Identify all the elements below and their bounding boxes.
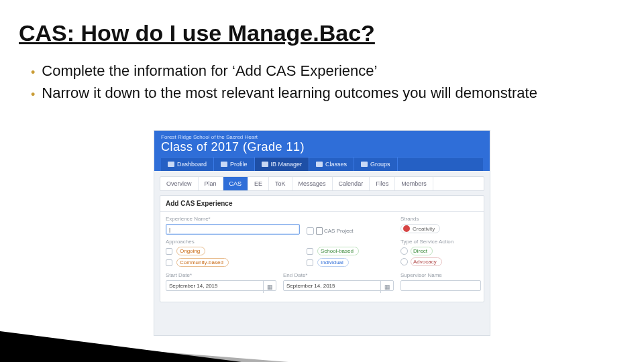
subnav-cas[interactable]: CAS bbox=[223, 177, 249, 190]
strand-creativity-label: Creativity bbox=[413, 226, 435, 232]
slide: CAS: How do I use Manage.Bac? • Complete… bbox=[0, 0, 644, 362]
end-date-label: End Date* bbox=[283, 272, 394, 278]
service-type-advocacy-radio[interactable]: Advocacy bbox=[400, 257, 481, 266]
gauge-icon bbox=[168, 162, 174, 167]
slide-bullet: • Narrow it down to the most relevant le… bbox=[31, 84, 604, 103]
end-date-value: September 14, 2015 bbox=[286, 283, 335, 289]
app-header: Forest Ridge School of the Sacred Heart … bbox=[154, 131, 490, 171]
subnav-messages[interactable]: Messages bbox=[292, 177, 333, 190]
approach-community-checkbox[interactable] bbox=[166, 259, 172, 266]
add-cas-form: Experience Name* | CAS Project bbox=[160, 212, 484, 295]
type-of-service-label: Type of Service Action bbox=[400, 239, 481, 245]
decorative-wedge bbox=[0, 331, 241, 362]
people-icon bbox=[361, 162, 368, 167]
primary-nav: Dashboard Profile IB Manager Classes Gro… bbox=[161, 157, 483, 171]
start-date-input[interactable]: September 14, 2015 ▦ bbox=[166, 280, 276, 291]
supervisor-name-input[interactable] bbox=[400, 280, 481, 291]
clipboard-icon bbox=[316, 227, 323, 235]
form-row: Start Date* September 14, 2015 ▦ End Dat… bbox=[166, 272, 478, 291]
checkbox-icon bbox=[307, 259, 313, 266]
strand-creativity-pill[interactable]: Creativity bbox=[400, 224, 440, 233]
add-cas-panel: Add CAS Experience Experience Name* | CA… bbox=[160, 195, 484, 302]
form-row: Approaches Ongoing Community-based bbox=[166, 239, 478, 268]
end-date-input[interactable]: September 14, 2015 ▦ bbox=[283, 280, 394, 291]
bullet-text: Narrow it down to the most relevant lear… bbox=[42, 84, 604, 103]
checkbox-icon bbox=[166, 248, 172, 255]
approach-school-checkbox[interactable] bbox=[307, 248, 313, 255]
school-name: Forest Ridge School of the Sacred Heart bbox=[161, 134, 483, 140]
radio-icon bbox=[400, 258, 408, 265]
grid-icon bbox=[316, 162, 323, 167]
slide-title: CAS: How do I use Manage.Bac? bbox=[19, 20, 375, 46]
bullet-dot-icon: • bbox=[31, 65, 35, 80]
creativity-dot-icon bbox=[403, 225, 410, 232]
subnav-calendar[interactable]: Calendar bbox=[333, 177, 370, 190]
panel-title: Add CAS Experience bbox=[160, 196, 484, 212]
calendar-icon: ▦ bbox=[263, 281, 276, 293]
radio-icon bbox=[400, 247, 408, 255]
class-title: Class of 2017 (Grade 11) bbox=[161, 140, 483, 157]
slide-bullet-list: • Complete the information for ‘Add CAS … bbox=[31, 62, 604, 105]
direct-badge: Direct bbox=[411, 247, 433, 255]
id-card-icon bbox=[221, 162, 227, 167]
nav-ib-manager[interactable]: IB Manager bbox=[255, 158, 310, 171]
start-date-value: September 14, 2015 bbox=[169, 283, 218, 289]
managebac-screenshot: Forest Ridge School of the Sacred Heart … bbox=[154, 131, 490, 335]
experience-name-input[interactable]: | bbox=[166, 224, 300, 235]
nav-classes[interactable]: Classes bbox=[309, 158, 354, 171]
checkbox-icon bbox=[166, 259, 172, 266]
globe-icon bbox=[262, 162, 268, 167]
experience-name-label: Experience Name* bbox=[166, 216, 300, 222]
strands-label: Strands bbox=[400, 216, 481, 222]
cas-project-label: CAS Project bbox=[324, 228, 354, 234]
subnav-files[interactable]: Files bbox=[370, 177, 395, 190]
bullet-text: Complete the information for ‘Add CAS Ex… bbox=[42, 62, 604, 81]
nav-groups[interactable]: Groups bbox=[354, 158, 398, 171]
spacer bbox=[307, 239, 394, 245]
supervisor-label: Supervisor Name bbox=[400, 272, 481, 278]
nav-label: Dashboard bbox=[177, 161, 207, 168]
approach-community-pill[interactable]: Community-based bbox=[176, 258, 229, 267]
sub-nav: Overview Plan CAS EE ToK Messages Calend… bbox=[160, 176, 484, 191]
bullet-dot-icon: • bbox=[31, 87, 35, 103]
nav-label: Profile bbox=[230, 161, 248, 168]
cas-project-checkbox[interactable]: CAS Project bbox=[307, 227, 354, 235]
subnav-tok[interactable]: ToK bbox=[269, 177, 292, 190]
slide-bullet: • Complete the information for ‘Add CAS … bbox=[31, 62, 604, 81]
nav-label: IB Manager bbox=[271, 161, 303, 168]
nav-dashboard[interactable]: Dashboard bbox=[161, 158, 214, 171]
nav-profile[interactable]: Profile bbox=[214, 158, 255, 171]
form-row: Experience Name* | CAS Project bbox=[166, 216, 478, 235]
nav-label: Groups bbox=[370, 161, 390, 168]
service-type-direct-radio[interactable]: Direct bbox=[400, 247, 481, 255]
approaches-label: Approaches bbox=[166, 239, 300, 245]
approach-individual-pill[interactable]: Individual bbox=[317, 258, 349, 267]
approach-school-pill[interactable]: School-based bbox=[317, 247, 359, 255]
approach-individual-checkbox[interactable] bbox=[307, 259, 313, 266]
calendar-icon: ▦ bbox=[380, 281, 393, 293]
checkbox-icon bbox=[307, 248, 313, 255]
subnav-members[interactable]: Members bbox=[395, 177, 433, 190]
approach-ongoing-checkbox[interactable] bbox=[166, 248, 172, 255]
subnav-plan[interactable]: Plan bbox=[199, 177, 223, 190]
checkbox-icon bbox=[307, 227, 314, 235]
start-date-label: Start Date* bbox=[166, 272, 276, 278]
approach-ongoing-pill[interactable]: Ongoing bbox=[176, 247, 205, 255]
subnav-ee[interactable]: EE bbox=[248, 177, 269, 190]
advocacy-badge: Advocacy bbox=[411, 257, 442, 266]
subnav-overview[interactable]: Overview bbox=[160, 177, 199, 190]
nav-label: Classes bbox=[325, 161, 347, 168]
